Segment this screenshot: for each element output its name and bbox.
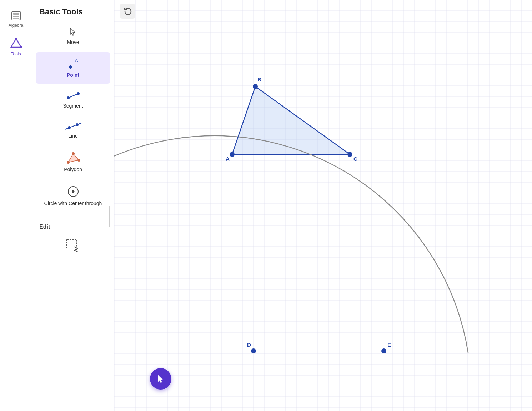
circle-icon (67, 185, 80, 198)
svg-rect-5 (13, 18, 15, 19)
sidebar-item-algebra[interactable]: Algebra (2, 7, 30, 31)
geometry-canvas[interactable] (114, 0, 532, 411)
tools-triangle-icon (10, 37, 22, 50)
top-toolbar (120, 4, 135, 19)
icon-sidebar: Algebra Tools (0, 0, 32, 411)
tool-point-label: Point (67, 72, 79, 78)
tool-polygon[interactable]: Polygon (36, 146, 110, 178)
sidebar-label-tools: Tools (11, 51, 21, 56)
svg-point-20 (72, 190, 74, 193)
undo-icon (123, 7, 132, 15)
svg-point-16 (67, 161, 70, 164)
tool-segment[interactable]: Segment (36, 85, 110, 114)
svg-rect-21 (67, 239, 77, 248)
fab-cursor-icon (156, 374, 166, 384)
tool-circle[interactable]: Circle with Center through (36, 179, 110, 212)
line-icon (64, 122, 82, 131)
svg-point-18 (77, 159, 80, 162)
svg-line-13 (65, 123, 81, 129)
svg-point-9 (20, 46, 22, 48)
sidebar-label-algebra: Algebra (9, 23, 23, 28)
svg-rect-6 (15, 18, 17, 19)
tool-polygon-label: Polygon (64, 167, 82, 172)
point-icon-label-a: A (75, 58, 78, 63)
selection-icon (66, 239, 80, 252)
scroll-divider (109, 206, 110, 227)
svg-rect-2 (13, 16, 15, 17)
svg-point-12 (77, 92, 80, 95)
svg-point-14 (68, 126, 71, 129)
point-icon-dot (69, 65, 72, 69)
tool-move[interactable]: Move (36, 21, 110, 51)
fab-button[interactable] (150, 368, 171, 390)
tools-panel: Basic Tools Move A Point Segment Line (32, 0, 114, 411)
canvas-area[interactable] (114, 0, 532, 411)
svg-line-11 (68, 94, 78, 98)
tool-move-label: Move (67, 39, 79, 45)
polygon-icon (65, 152, 81, 164)
tool-point[interactable]: A Point (36, 52, 110, 84)
tool-line[interactable]: Line (36, 116, 110, 144)
undo-button[interactable] (120, 4, 135, 19)
basic-tools-header: Basic Tools (32, 0, 114, 20)
point-icon-container: A (67, 58, 80, 70)
svg-rect-7 (17, 18, 19, 19)
segment-icon (65, 91, 81, 101)
move-cursor-icon (68, 26, 78, 37)
svg-point-8 (15, 38, 17, 40)
calculator-icon (10, 10, 22, 21)
edit-section-label: Edit (32, 220, 114, 232)
svg-point-17 (72, 152, 75, 155)
svg-point-15 (76, 123, 79, 126)
tool-line-label: Line (68, 133, 77, 139)
svg-rect-4 (17, 16, 19, 17)
tool-selection[interactable] (36, 233, 110, 257)
tool-segment-label: Segment (63, 103, 83, 109)
svg-rect-3 (15, 16, 17, 17)
svg-rect-1 (13, 13, 19, 15)
tool-circle-label: Circle with Center through (44, 200, 102, 207)
sidebar-item-tools[interactable]: Tools (2, 34, 30, 59)
